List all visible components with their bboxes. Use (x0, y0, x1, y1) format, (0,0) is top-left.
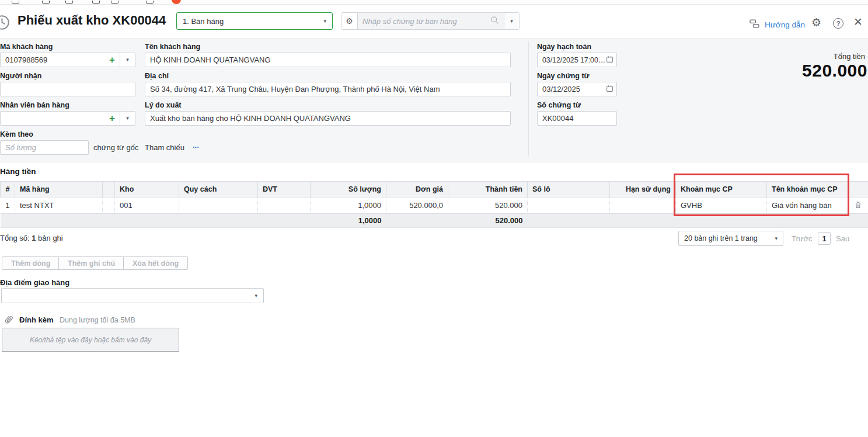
cell-expiry[interactable] (610, 197, 676, 214)
cell-item-code[interactable]: test NTXT (15, 197, 103, 214)
toolbar-icon (92, 1, 100, 4)
clear-rows-button[interactable]: Xóa hết dòng (123, 256, 188, 270)
toolbar-icon (111, 1, 118, 4)
col-header-quantity: Số lượng (311, 182, 386, 197)
col-header-item-code: Mã hàng (15, 182, 103, 197)
cell-unit[interactable] (258, 197, 311, 214)
customer-code-dropdown-button[interactable]: ▾ (120, 53, 135, 67)
customer-name-label: Tên khách hàng (145, 43, 200, 51)
cell-cost-item[interactable]: GVHB (676, 197, 767, 214)
total-amount-label: Tổng tiền (834, 52, 865, 61)
search-dropdown-button[interactable]: ▾ (504, 13, 519, 29)
reference-more-link[interactable]: ... (193, 141, 199, 150)
sales-employee-field[interactable]: + (0, 111, 120, 126)
col-header-unit-price: Đơn giá (386, 182, 448, 197)
cell-cost-item-name[interactable]: Giá vốn hàng bán (767, 197, 848, 214)
doc-no-label: Số chứng từ (537, 101, 581, 109)
add-customer-icon[interactable]: + (109, 54, 115, 66)
guide-icon (749, 18, 760, 31)
col-header-spec: Quy cách (179, 182, 258, 197)
delivery-location-select[interactable]: ▾ (1, 288, 264, 303)
col-header-cost-item-name: Tên khoản mục CP (767, 182, 848, 197)
summary-quantity: 1,0000 (311, 214, 386, 228)
total-records-suffix: bản ghi (38, 234, 63, 242)
doc-date-label: Ngày chứng từ (537, 72, 590, 80)
col-header-lot: Số lô (528, 182, 610, 197)
help-button[interactable]: ? (833, 18, 843, 29)
header-bar: Phiếu xuất kho XK00044 1. Bán hàng ▾ ⚙ N… (0, 5, 868, 39)
calendar-icon[interactable] (606, 56, 613, 65)
add-note-button[interactable]: Thêm ghi chú (58, 256, 124, 270)
total-records-text: Tổng số: 1 bản ghi (0, 234, 63, 242)
dropzone-text: Kéo/thả tệp vào đây hoặc bấm vào đây (30, 336, 151, 344)
cell-index: 1 (1, 197, 15, 214)
receiver-field[interactable] (0, 82, 135, 96)
attach-count-field[interactable]: Số lượng (0, 140, 89, 155)
form-divider (528, 41, 529, 157)
sales-employee-dropdown-button[interactable]: ▾ (120, 111, 135, 126)
table-row[interactable]: 1 test NTXT 001 1,0000 520.000,0 520.000… (1, 197, 868, 214)
customer-code-value: 0107988569 (5, 56, 107, 64)
attach-count-label: Kèm theo (0, 130, 33, 138)
doc-date-field[interactable]: 03/12/2025 (537, 82, 617, 96)
pager-prev[interactable]: Trước (792, 234, 813, 243)
trash-icon (854, 202, 862, 211)
cell-warehouse[interactable]: 001 (115, 197, 179, 214)
total-records-count: 1 (32, 234, 36, 242)
reason-field[interactable]: Xuất kho bán hàng cho HỘ KINH DOANH QUAT… (145, 111, 511, 126)
posting-date-field[interactable]: 03/12/2025 17:00:36 (537, 53, 617, 67)
col-header-amount: Thành tiền (448, 182, 528, 197)
col-header-spacer (103, 182, 115, 197)
col-header-warehouse: Kho (115, 182, 179, 197)
col-header-unit: ĐVT (258, 182, 311, 197)
chevron-down-icon: ▾ (323, 19, 326, 24)
toolbar-icon (42, 1, 50, 4)
delete-row-button[interactable] (848, 197, 868, 214)
delivery-location-label: Địa điểm giao hàng (0, 278, 69, 287)
cell-spec[interactable] (179, 197, 258, 214)
add-row-button[interactable]: Thêm dòng (2, 256, 60, 270)
sales-doc-search-group: ⚙ Nhập số chứng từ bán hàng ▾ (341, 12, 520, 30)
chevron-down-icon: ▾ (126, 57, 129, 63)
cell-unit-price[interactable]: 520.000,0 (386, 197, 448, 214)
toolbar-icon (146, 1, 154, 4)
guide-link[interactable]: Hướng dẫn (749, 18, 805, 31)
address-field[interactable]: Số 34, đường 417, Xã Trung Châu, Huyện Đ… (145, 82, 511, 96)
col-header-expiry: Hạn sử dụng (610, 182, 676, 197)
pager-next[interactable]: Sau (836, 234, 849, 243)
table-header-row: # Mã hàng Kho Quy cách ĐVT Số lượng Đơn … (1, 182, 868, 197)
toolbar-icon (12, 1, 19, 4)
calendar-icon[interactable] (606, 85, 613, 94)
attachment-dropzone[interactable]: Kéo/thả tệp vào đây hoặc bấm vào đây (2, 328, 179, 352)
table-summary-row: 1,0000 520.000 (1, 214, 868, 228)
items-section-title: Hàng tiền (0, 167, 36, 176)
cell-amount[interactable]: 520.000 (448, 197, 528, 214)
cell-quantity[interactable]: 1,0000 (311, 197, 386, 214)
search-settings-button[interactable]: ⚙ (341, 13, 358, 29)
customer-name-field[interactable]: HỘ KINH DOANH QUATANGVANG (145, 53, 511, 67)
attach-suffix-text: chứng từ gốc (93, 143, 138, 152)
receiver-label: Người nhận (0, 72, 41, 80)
sales-doc-search-input[interactable]: Nhập số chứng từ bán hàng (358, 13, 504, 29)
guide-label: Hướng dẫn (765, 20, 805, 29)
add-employee-icon[interactable]: + (109, 113, 115, 124)
cell-spacer (103, 197, 115, 214)
settings-button[interactable]: ⚙ (811, 17, 821, 28)
doc-no-field[interactable]: XK00044 (537, 111, 617, 126)
attachment-label: Đính kèm (19, 315, 54, 324)
page-size-select[interactable]: 20 bản ghi trên 1 trang ▾ (678, 231, 783, 246)
voucher-type-select[interactable]: 1. Bán hàng ▾ (176, 12, 333, 30)
posting-date-label: Ngày hạch toán (537, 43, 591, 51)
pager-current-page[interactable]: 1 (818, 232, 831, 245)
clock-icon (0, 15, 10, 33)
close-button[interactable]: ✕ (853, 16, 863, 27)
line-items-table: # Mã hàng Kho Quy cách ĐVT Số lượng Đơn … (0, 181, 868, 228)
reason-value: Xuất kho bán hàng cho HỘ KINH DOANH QUAT… (150, 114, 506, 123)
voucher-type-value: 1. Bán hàng (183, 17, 224, 26)
page-size-value: 20 bản ghi trên 1 trang (684, 234, 758, 242)
cell-lot[interactable] (528, 197, 610, 214)
top-toolbar-strip (0, 0, 868, 5)
customer-code-field[interactable]: 0107988569 + (0, 53, 120, 67)
chevron-down-icon: ▾ (126, 116, 129, 121)
sales-employee-label: Nhân viên bán hàng (0, 101, 69, 109)
